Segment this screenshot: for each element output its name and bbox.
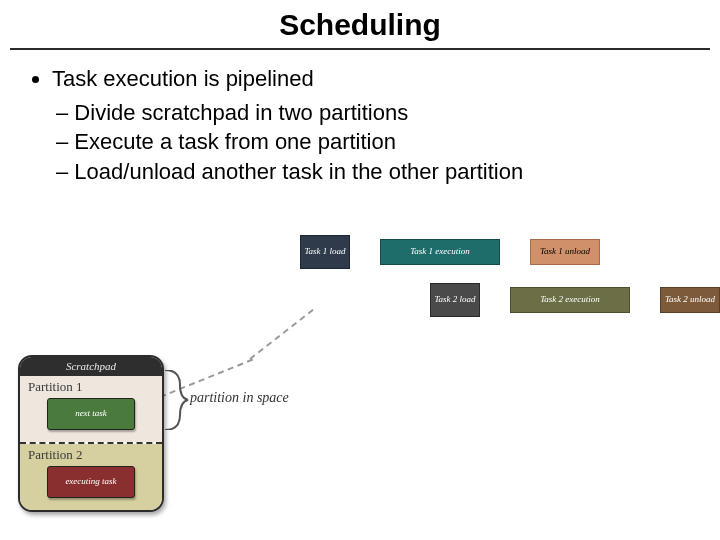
next-task-box: next task (47, 398, 135, 430)
bullet-sub: Execute a task from one partition (56, 127, 700, 157)
partition-2: Partition 2 executing task (20, 444, 162, 510)
scratchpad-title: Scratchpad (20, 357, 162, 376)
timeline-box: Task 1 load (300, 235, 350, 269)
scratchpad-diagram: Scratchpad Partition 1 next task Partiti… (18, 355, 164, 512)
timeline-box: Task 2 load (430, 283, 480, 317)
bullet-block: Task execution is pipelined Divide scrat… (0, 60, 720, 187)
partition-1: Partition 1 next task (20, 376, 162, 442)
timeline-row-task1: Task 1 loadTask 1 executionTask 1 unload (300, 235, 720, 277)
bullet-sub: Load/unload another task in the other pa… (56, 157, 700, 187)
timeline-box: Task 2 unload (660, 287, 720, 313)
leader-line (249, 309, 313, 360)
curly-brace-icon (160, 370, 190, 430)
slide-title: Scheduling (0, 0, 720, 48)
partition-1-label: Partition 1 (28, 379, 154, 395)
pipeline-timeline: Task 1 loadTask 1 executionTask 1 unload… (300, 235, 720, 325)
timeline-box: Task 1 execution (380, 239, 500, 265)
timeline-box: Task 1 unload (530, 239, 600, 265)
timeline-row-task2: Task 2 loadTask 2 executionTask 2 unload (300, 283, 720, 325)
partition-in-space-label: partition in space (190, 390, 289, 406)
executing-task-box: executing task (47, 466, 135, 498)
bullet-main: Task execution is pipelined (52, 64, 700, 94)
bullet-sub: Divide scratchpad in two partitions (56, 98, 700, 128)
title-underline (10, 48, 710, 50)
partition-2-label: Partition 2 (28, 447, 154, 463)
timeline-box: Task 2 execution (510, 287, 630, 313)
